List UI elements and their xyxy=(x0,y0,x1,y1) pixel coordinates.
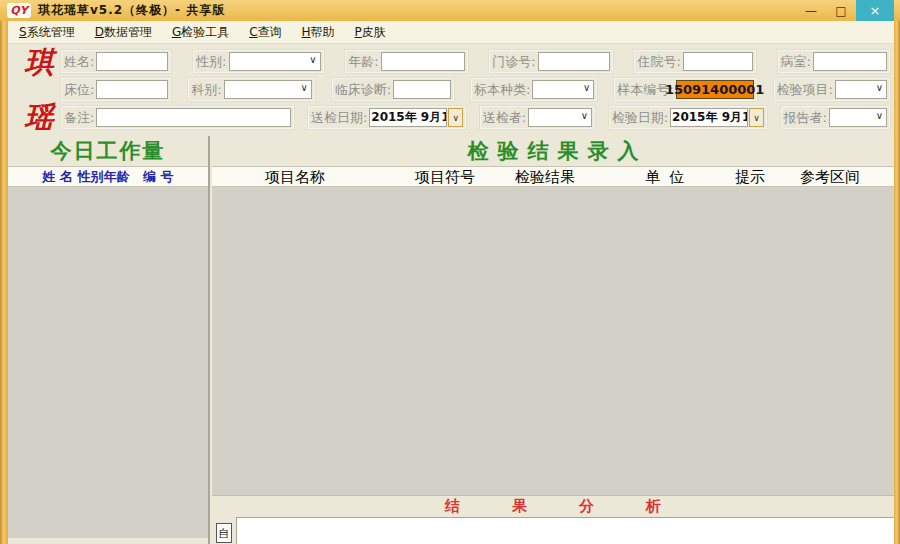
analysis-textarea[interactable] xyxy=(236,517,894,544)
field-inpatient-no: 住院号: xyxy=(633,49,756,74)
form-row-3: 备注: 送检日期: 2015年 9月14日 ∨ 送检者: 检验日期: 2015年… xyxy=(60,104,891,131)
field-outpatient-no: 门诊号: xyxy=(488,49,613,74)
worklist-column-headers: 姓 名 性别年龄 编 号 xyxy=(8,166,208,187)
close-icon: × xyxy=(870,3,881,18)
results-table-body xyxy=(212,187,894,496)
maximize-icon: □ xyxy=(835,4,846,18)
menu-item-query[interactable]: C查询 xyxy=(249,24,281,41)
gender-select[interactable] xyxy=(229,52,321,71)
department-select[interactable] xyxy=(224,80,312,99)
field-department: 科别: xyxy=(187,77,315,102)
field-ward: 病室: xyxy=(777,49,891,74)
field-name: 姓名: xyxy=(60,49,172,74)
diagnosis-input[interactable] xyxy=(393,80,451,99)
column-unit: 单 位 xyxy=(645,168,685,187)
results-title: 检验结果录入 xyxy=(212,136,894,166)
field-specimen-type: 标本种类: xyxy=(470,77,598,102)
column-ref-range: 参考区间 xyxy=(800,168,860,187)
bed-input[interactable] xyxy=(96,80,168,99)
field-diagnosis: 临床诊断: xyxy=(331,77,455,102)
column-item-symbol: 项目符号 xyxy=(415,168,475,187)
test-item-select[interactable] xyxy=(835,80,887,99)
field-age: 年龄: xyxy=(344,49,468,74)
field-gender: 性别: xyxy=(192,49,324,74)
remark-input[interactable] xyxy=(96,108,291,127)
minimize-icon: — xyxy=(805,4,817,18)
maximize-button[interactable]: □ xyxy=(826,0,856,21)
worklist-title: 今日工作量 xyxy=(8,136,208,166)
column-hint: 提示 xyxy=(735,168,765,187)
window-left-border xyxy=(0,21,8,544)
app-window: QY 琪花瑶草v5.2（终极）- 共享版 — □ × S系统管理 D数据管理 G… xyxy=(0,0,900,544)
test-date-dropdown-icon[interactable]: ∨ xyxy=(749,108,764,127)
inpatient-no-input[interactable] xyxy=(683,52,753,71)
field-test-date: 检验日期: 2015年 9月14日 ∨ xyxy=(608,105,768,130)
window-right-border xyxy=(894,21,900,544)
test-date-picker[interactable]: 2015年 9月14日 ∨ xyxy=(670,108,764,127)
menu-bar: S系统管理 D数据管理 G检验工具 C查询 H帮助 P皮肤 xyxy=(8,21,894,44)
minimize-button[interactable]: — xyxy=(796,0,826,21)
analysis-title: 结果分析 xyxy=(445,497,713,516)
field-bed: 床位: xyxy=(60,77,172,102)
age-input[interactable] xyxy=(381,52,465,71)
field-remark: 备注: xyxy=(60,105,295,130)
app-logo-icon: QY xyxy=(7,3,31,18)
menu-item-data[interactable]: D数据管理 xyxy=(95,24,152,41)
menu-item-system[interactable]: S系统管理 xyxy=(19,24,75,41)
menu-item-help[interactable]: H帮助 xyxy=(302,24,335,41)
results-column-headers: 项目名称 项目符号 检验结果 单 位 提示 参考区间 xyxy=(212,166,894,187)
auto-analysis-button[interactable]: 自 xyxy=(216,523,232,543)
analysis-section: 自 xyxy=(212,517,894,544)
send-date-picker[interactable]: 2015年 9月14日 ∨ xyxy=(369,108,463,127)
field-sender: 送检者: xyxy=(479,105,596,130)
analysis-header: 结果分析 xyxy=(212,496,894,517)
field-test-item: 检验项目: xyxy=(773,77,891,102)
outpatient-no-input[interactable] xyxy=(538,52,610,71)
send-date-dropdown-icon[interactable]: ∨ xyxy=(448,108,463,127)
menu-item-skin[interactable]: P皮肤 xyxy=(355,24,386,41)
brand-char-top: 琪 xyxy=(25,48,54,77)
form-row-1: 姓名: 性别: 年龄: 门诊号: 住院号: 病室: xyxy=(60,48,891,75)
column-item-name: 项目名称 xyxy=(265,168,325,187)
results-panel: 检验结果录入 项目名称 项目符号 检验结果 单 位 提示 参考区间 结果分析 自 xyxy=(212,136,894,544)
title-bar: QY 琪花瑶草v5.2（终极）- 共享版 — □ × xyxy=(0,0,900,21)
analysis-toolbar: 自 xyxy=(212,517,236,544)
worklist-body xyxy=(8,187,208,544)
brand-watermark: 琪 瑶 xyxy=(16,48,62,132)
sample-no-value[interactable]: 15091400001 xyxy=(676,80,754,99)
ward-input[interactable] xyxy=(813,52,887,71)
close-button[interactable]: × xyxy=(856,0,894,21)
menu-item-tools[interactable]: G检验工具 xyxy=(172,24,229,41)
field-reporter: 报告者: xyxy=(780,105,891,130)
name-input[interactable] xyxy=(96,52,168,71)
reporter-select[interactable] xyxy=(829,108,887,127)
sender-select[interactable] xyxy=(528,108,592,127)
window-controls: — □ × xyxy=(796,0,900,21)
window-title: 琪花瑶草v5.2（终极）- 共享版 xyxy=(38,2,225,19)
brand-char-bottom: 瑶 xyxy=(25,103,54,132)
specimen-type-select[interactable] xyxy=(532,80,594,99)
field-send-date: 送检日期: 2015年 9月14日 ∨ xyxy=(307,105,467,130)
form-row-2: 床位: 科别: 临床诊断: 标本种类: 样本编号: 15091400001 检验… xyxy=(60,76,891,103)
patient-form: 琪 瑶 姓名: 性别: 年龄: 门诊号: 住院号: xyxy=(8,44,894,136)
column-test-result: 检验结果 xyxy=(515,168,575,187)
worklist-panel: 今日工作量 姓 名 性别年龄 编 号 xyxy=(8,136,210,544)
field-sample-no: 样本编号: 15091400001 xyxy=(613,77,757,102)
